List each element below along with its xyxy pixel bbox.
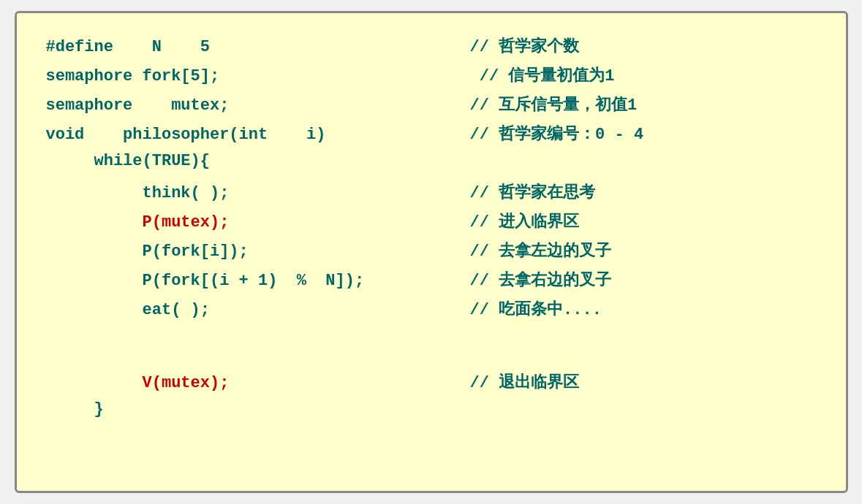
code-left-define: #define N 5 bbox=[46, 38, 470, 56]
code-comment-p-fork-i: // 去拿左边的叉子 bbox=[470, 240, 817, 261]
code-line-fork: semaphore fork[5]; // 信号量初值为1 bbox=[46, 64, 817, 91]
code-line-p-mutex: P(mutex); // 进入临界区 bbox=[46, 210, 817, 237]
code-line-mutex-decl: semaphore mutex; // 互斥信号量，初值1 bbox=[46, 93, 817, 120]
code-line-v-mutex: V(mutex); // 退出临界区 bbox=[46, 371, 817, 397]
code-left-philosopher: void philosopher(int i) bbox=[46, 126, 470, 144]
code-left-p-mutex: P(mutex); bbox=[46, 213, 470, 232]
code-line-p-fork-i: P(fork[i]); // 去拿左边的叉子 bbox=[46, 240, 817, 266]
code-left-fork: semaphore fork[5]; bbox=[46, 67, 470, 85]
code-comment-v-mutex: // 退出临界区 bbox=[470, 371, 817, 393]
code-comment-philosopher: // 哲学家编号：0 - 4 bbox=[470, 123, 817, 145]
code-comment-p-fork-n: // 去拿右边的叉子 bbox=[470, 269, 817, 291]
code-left-eat: eat( ); bbox=[46, 301, 470, 319]
code-line-philosopher: void philosopher(int i) // 哲学家编号：0 - 4 bbox=[46, 123, 817, 149]
code-left-mutex-decl: semaphore mutex; bbox=[46, 96, 470, 115]
code-left-closing: } bbox=[46, 400, 470, 419]
code-comment-fork: // 信号量初值为1 bbox=[470, 64, 817, 86]
code-comment-think: // 哲学家在思考 bbox=[470, 181, 817, 203]
code-left-v-mutex: V(mutex); bbox=[46, 374, 470, 392]
code-line-define: #define N 5 // 哲学家个数 bbox=[46, 35, 817, 61]
code-comment-define: // 哲学家个数 bbox=[470, 35, 817, 57]
code-line-eat: eat( ); // 吃面条中.... bbox=[46, 298, 817, 324]
code-left-while: while(TRUE){ bbox=[46, 152, 470, 170]
code-left-think: think( ); bbox=[46, 184, 470, 202]
code-left-p-fork-n: P(fork[(i + 1) % N]); bbox=[46, 272, 470, 290]
code-line-while: while(TRUE){ bbox=[46, 152, 817, 178]
code-left-p-fork-i: P(fork[i]); bbox=[46, 243, 470, 261]
code-comment-mutex-decl: // 互斥信号量，初值1 bbox=[470, 93, 817, 115]
code-line-think: think( ); // 哲学家在思考 bbox=[46, 181, 817, 207]
code-line-closing: } bbox=[46, 400, 817, 427]
code-comment-p-mutex: // 进入临界区 bbox=[470, 210, 817, 232]
code-line-p-fork-n: P(fork[(i + 1) % N]); // 去拿右边的叉子 bbox=[46, 269, 817, 295]
code-comment-eat: // 吃面条中.... bbox=[470, 298, 817, 320]
code-container: #define N 5 // 哲学家个数 semaphore fork[5]; … bbox=[15, 11, 848, 493]
spacer-large bbox=[46, 327, 817, 371]
